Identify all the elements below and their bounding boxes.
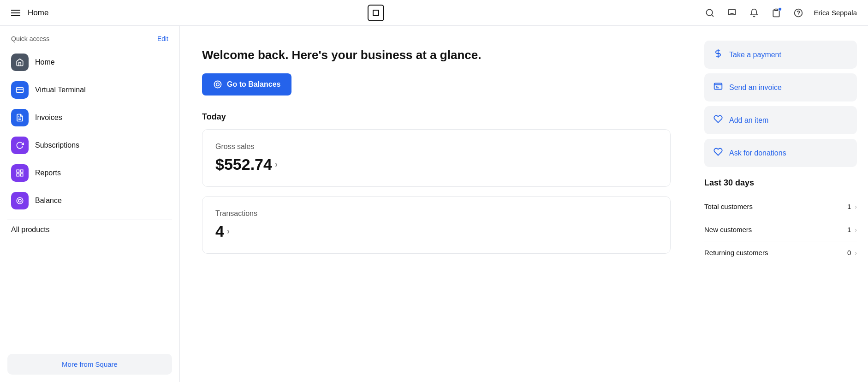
sidebar-item-invoices-label: Invoices [35, 113, 62, 122]
top-nav: Home Erica Seppala [0, 0, 868, 26]
total-customers-row[interactable]: Total customers 1 › [704, 195, 857, 218]
balance-icon-box [11, 192, 29, 209]
svg-point-14 [17, 197, 23, 204]
virtual-terminal-icon-box [11, 81, 29, 99]
last-30-label: Last 30 days [704, 178, 857, 188]
add-item-button[interactable]: Add an item [704, 106, 857, 134]
returning-customers-right: 0 › [847, 249, 857, 257]
edit-link[interactable]: Edit [157, 35, 168, 42]
sidebar-content: Quick access Edit Home Virtual Terminal [0, 26, 179, 346]
returning-customers-row[interactable]: Returning customers 0 › [704, 241, 857, 264]
svg-rect-13 [17, 174, 19, 176]
total-customers-right: 1 › [847, 203, 857, 210]
welcome-title: Welcome back. Here's your business at a … [202, 48, 671, 62]
messages-icon[interactable] [725, 6, 738, 19]
take-payment-button[interactable]: Take a payment [704, 41, 857, 69]
sidebar-item-subscriptions-label: Subscriptions [35, 141, 79, 149]
gross-sales-value[interactable]: $552.74 › [215, 155, 657, 173]
svg-point-15 [18, 199, 21, 202]
more-from-square-button[interactable]: More from Square [7, 354, 172, 375]
svg-point-17 [216, 83, 220, 86]
add-item-label: Add an item [729, 116, 768, 125]
quick-access-header: Quick access Edit [7, 35, 172, 42]
sidebar-item-virtual-terminal-label: Virtual Terminal [35, 86, 86, 94]
sidebar: Quick access Edit Home Virtual Terminal [0, 26, 180, 382]
body-layout: Quick access Edit Home Virtual Terminal [0, 26, 868, 382]
nav-home-label: Home [28, 8, 48, 18]
sidebar-item-reports[interactable]: Reports [7, 160, 172, 186]
take-payment-label: Take a payment [729, 51, 781, 59]
square-logo [368, 5, 384, 21]
ask-donations-label: Ask for donations [729, 149, 786, 157]
transactions-value[interactable]: 4 › [215, 222, 657, 240]
add-item-icon [713, 114, 723, 126]
main-content: Welcome back. Here's your business at a … [180, 26, 693, 382]
all-products-section: All products [7, 226, 172, 234]
quick-access-label: Quick access [11, 35, 49, 42]
today-label: Today [202, 112, 671, 122]
total-customers-chevron: › [855, 203, 857, 210]
sidebar-item-invoices[interactable]: Invoices [7, 104, 172, 131]
total-customers-label: Total customers [704, 203, 753, 210]
svg-rect-19 [714, 83, 722, 89]
home-icon-box [11, 54, 29, 71]
sidebar-item-reports-label: Reports [35, 169, 61, 177]
gross-sales-chevron: › [275, 160, 278, 169]
top-nav-left: Home [11, 8, 48, 18]
sidebar-item-balance[interactable]: Balance [7, 187, 172, 214]
transactions-chevron: › [227, 227, 230, 236]
square-logo-inner [373, 10, 379, 16]
notification-dot [778, 7, 782, 11]
go-to-balances-button[interactable]: Go to Balances [202, 73, 291, 96]
returning-customers-chevron: › [855, 249, 857, 257]
transactions-card: Transactions 4 › [202, 196, 671, 254]
invoices-icon-box [11, 109, 29, 126]
new-customers-value: 1 [847, 226, 851, 233]
ask-donations-button[interactable]: Ask for donations [704, 139, 857, 167]
top-nav-right: Erica Seppala [703, 6, 857, 19]
returning-customers-label: Returning customers [704, 249, 768, 257]
send-invoice-label: Send an invoice [729, 84, 782, 92]
svg-rect-6 [17, 88, 24, 93]
send-invoice-button[interactable]: Send an invoice [704, 73, 857, 101]
new-customers-right: 1 › [847, 226, 857, 233]
clipboard-icon[interactable] [770, 6, 783, 19]
take-payment-icon [713, 49, 723, 60]
subscriptions-icon-box [11, 137, 29, 154]
sidebar-item-balance-label: Balance [35, 197, 62, 205]
go-to-balances-label: Go to Balances [227, 80, 280, 89]
send-invoice-icon [713, 82, 723, 93]
menu-icon[interactable] [11, 10, 20, 16]
ask-donations-icon [713, 147, 723, 159]
svg-point-16 [214, 81, 221, 88]
svg-rect-12 [21, 174, 23, 176]
sidebar-divider [7, 220, 172, 220]
svg-line-1 [711, 14, 713, 16]
search-icon[interactable] [703, 6, 716, 19]
gross-sales-label: Gross sales [215, 143, 657, 151]
gross-sales-card: Gross sales $552.74 › [202, 129, 671, 187]
sidebar-item-subscriptions[interactable]: Subscriptions [7, 132, 172, 159]
new-customers-row[interactable]: New customers 1 › [704, 218, 857, 241]
svg-rect-11 [21, 170, 23, 172]
user-name[interactable]: Erica Seppala [814, 9, 857, 17]
returning-customers-value: 0 [847, 249, 851, 257]
help-icon[interactable] [792, 6, 805, 19]
total-customers-value: 1 [847, 203, 851, 210]
bell-icon[interactable] [748, 6, 761, 19]
new-customers-chevron: › [855, 226, 857, 233]
new-customers-label: New customers [704, 226, 752, 233]
svg-rect-3 [774, 9, 778, 10]
all-products-label[interactable]: All products [11, 226, 50, 233]
sidebar-item-home[interactable]: Home [7, 49, 172, 76]
sidebar-item-home-label: Home [35, 58, 55, 66]
svg-rect-10 [17, 170, 19, 172]
right-panel: Take a payment Send an invoice Add an it… [693, 26, 868, 382]
sidebar-item-virtual-terminal[interactable]: Virtual Terminal [7, 77, 172, 103]
reports-icon-box [11, 164, 29, 182]
transactions-label: Transactions [215, 209, 657, 218]
